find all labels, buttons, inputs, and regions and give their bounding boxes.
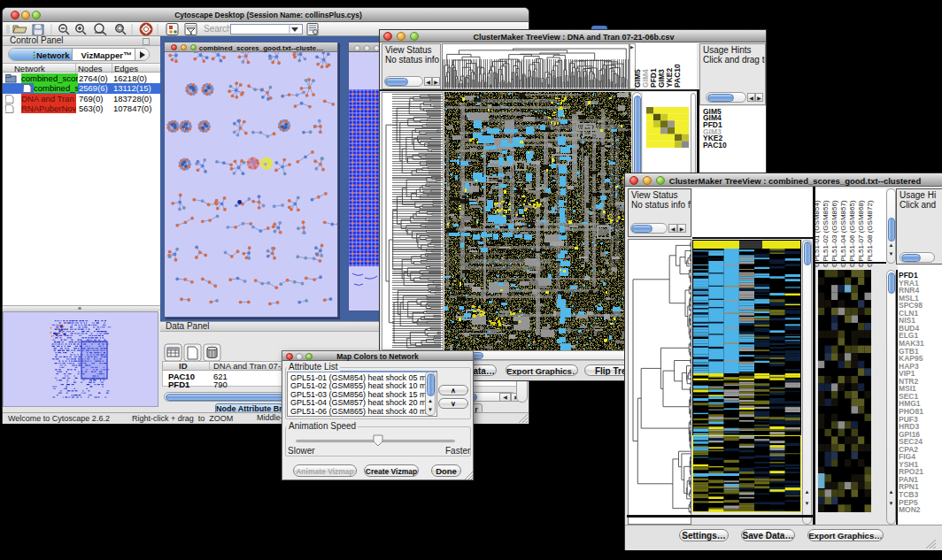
svg-text:Search:: Search:	[204, 24, 234, 34]
